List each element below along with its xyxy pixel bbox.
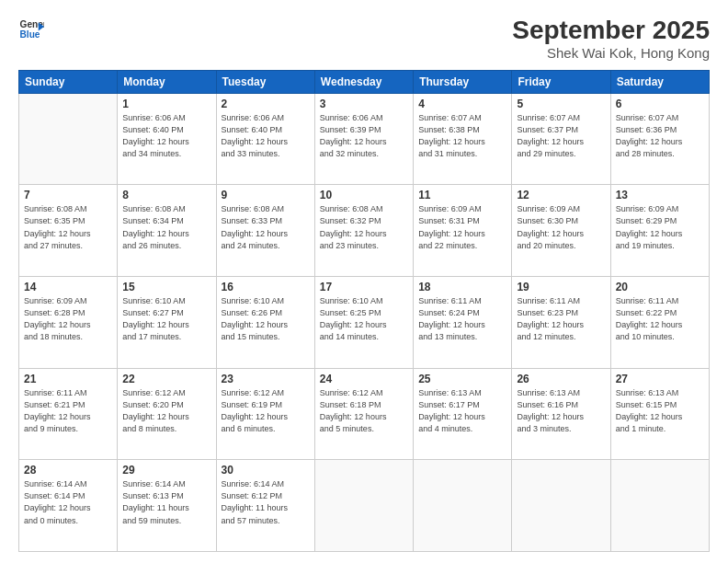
day-info: Sunrise: 6:09 AM Sunset: 6:28 PM Dayligh… bbox=[24, 295, 112, 343]
day-info: Sunrise: 6:10 AM Sunset: 6:26 PM Dayligh… bbox=[222, 295, 310, 343]
day-number: 5 bbox=[517, 98, 605, 110]
calendar-cell: 25Sunrise: 6:13 AM Sunset: 6:17 PM Dayli… bbox=[414, 368, 512, 460]
calendar-cell: 21Sunrise: 6:11 AM Sunset: 6:21 PM Dayli… bbox=[19, 368, 118, 460]
svg-text:Blue: Blue bbox=[20, 29, 40, 40]
calendar-cell: 22Sunrise: 6:12 AM Sunset: 6:20 PM Dayli… bbox=[118, 368, 216, 460]
title-block: September 2025 Shek Wai Kok, Hong Kong bbox=[512, 17, 710, 61]
day-info: Sunrise: 6:08 AM Sunset: 6:35 PM Dayligh… bbox=[24, 203, 112, 251]
calendar-cell: 7Sunrise: 6:08 AM Sunset: 6:35 PM Daylig… bbox=[19, 185, 118, 277]
day-info: Sunrise: 6:06 AM Sunset: 6:40 PM Dayligh… bbox=[222, 112, 310, 160]
day-number: 21 bbox=[24, 373, 112, 385]
day-info: Sunrise: 6:11 AM Sunset: 6:21 PM Dayligh… bbox=[24, 387, 112, 435]
calendar-cell bbox=[414, 460, 512, 552]
calendar-cell: 5Sunrise: 6:07 AM Sunset: 6:37 PM Daylig… bbox=[512, 93, 610, 185]
calendar-cell: 6Sunrise: 6:07 AM Sunset: 6:36 PM Daylig… bbox=[610, 93, 709, 185]
day-info: Sunrise: 6:14 AM Sunset: 6:14 PM Dayligh… bbox=[24, 478, 112, 526]
day-number: 29 bbox=[122, 464, 210, 477]
day-info: Sunrise: 6:13 AM Sunset: 6:16 PM Dayligh… bbox=[517, 387, 605, 435]
calendar-cell: 14Sunrise: 6:09 AM Sunset: 6:28 PM Dayli… bbox=[19, 277, 118, 369]
day-number: 17 bbox=[320, 281, 408, 293]
day-info: Sunrise: 6:10 AM Sunset: 6:25 PM Dayligh… bbox=[320, 295, 408, 343]
day-number: 28 bbox=[24, 464, 112, 477]
calendar-cell: 27Sunrise: 6:13 AM Sunset: 6:15 PM Dayli… bbox=[610, 368, 709, 460]
calendar-table: SundayMondayTuesdayWednesdayThursdayFrid… bbox=[18, 70, 710, 552]
days-header-row: SundayMondayTuesdayWednesdayThursdayFrid… bbox=[19, 70, 710, 93]
calendar-cell bbox=[610, 460, 709, 552]
day-number: 7 bbox=[24, 189, 112, 201]
calendar-cell: 30Sunrise: 6:14 AM Sunset: 6:12 PM Dayli… bbox=[216, 460, 314, 552]
day-info: Sunrise: 6:09 AM Sunset: 6:29 PM Dayligh… bbox=[616, 203, 704, 251]
calendar-cell: 17Sunrise: 6:10 AM Sunset: 6:25 PM Dayli… bbox=[314, 277, 413, 369]
day-info: Sunrise: 6:14 AM Sunset: 6:12 PM Dayligh… bbox=[222, 478, 310, 526]
calendar-cell: 2Sunrise: 6:06 AM Sunset: 6:40 PM Daylig… bbox=[216, 93, 314, 185]
day-info: Sunrise: 6:06 AM Sunset: 6:39 PM Dayligh… bbox=[320, 112, 408, 160]
day-info: Sunrise: 6:13 AM Sunset: 6:15 PM Dayligh… bbox=[616, 387, 704, 435]
day-number: 8 bbox=[122, 189, 210, 201]
calendar-cell: 10Sunrise: 6:08 AM Sunset: 6:32 PM Dayli… bbox=[314, 185, 413, 277]
day-number: 25 bbox=[418, 373, 506, 385]
day-number: 30 bbox=[222, 464, 310, 477]
calendar-cell: 19Sunrise: 6:11 AM Sunset: 6:23 PM Dayli… bbox=[512, 277, 610, 369]
week-row-4: 21Sunrise: 6:11 AM Sunset: 6:21 PM Dayli… bbox=[19, 368, 710, 460]
day-number: 24 bbox=[320, 373, 408, 385]
day-number: 27 bbox=[616, 373, 704, 385]
day-number: 2 bbox=[222, 98, 310, 110]
calendar-cell: 1Sunrise: 6:06 AM Sunset: 6:40 PM Daylig… bbox=[118, 93, 216, 185]
day-number: 13 bbox=[616, 189, 704, 201]
day-number: 4 bbox=[418, 98, 506, 110]
day-info: Sunrise: 6:07 AM Sunset: 6:36 PM Dayligh… bbox=[616, 112, 704, 160]
day-number: 15 bbox=[122, 281, 210, 293]
day-info: Sunrise: 6:07 AM Sunset: 6:38 PM Dayligh… bbox=[418, 112, 506, 160]
calendar-cell: 26Sunrise: 6:13 AM Sunset: 6:16 PM Dayli… bbox=[512, 368, 610, 460]
header-saturday: Saturday bbox=[610, 70, 709, 93]
day-number: 22 bbox=[122, 373, 210, 385]
calendar-cell: 16Sunrise: 6:10 AM Sunset: 6:26 PM Dayli… bbox=[216, 277, 314, 369]
calendar-cell: 24Sunrise: 6:12 AM Sunset: 6:18 PM Dayli… bbox=[314, 368, 413, 460]
logo-icon: General Blue bbox=[18, 17, 44, 42]
calendar-cell: 3Sunrise: 6:06 AM Sunset: 6:39 PM Daylig… bbox=[314, 93, 413, 185]
day-number: 1 bbox=[122, 98, 210, 110]
day-info: Sunrise: 6:08 AM Sunset: 6:33 PM Dayligh… bbox=[222, 203, 310, 251]
day-info: Sunrise: 6:13 AM Sunset: 6:17 PM Dayligh… bbox=[418, 387, 506, 435]
day-number: 26 bbox=[517, 373, 605, 385]
day-number: 6 bbox=[616, 98, 704, 110]
week-row-2: 7Sunrise: 6:08 AM Sunset: 6:35 PM Daylig… bbox=[19, 185, 710, 277]
day-info: Sunrise: 6:12 AM Sunset: 6:19 PM Dayligh… bbox=[222, 387, 310, 435]
calendar-cell bbox=[19, 93, 118, 185]
day-number: 3 bbox=[320, 98, 408, 110]
calendar-cell: 18Sunrise: 6:11 AM Sunset: 6:24 PM Dayli… bbox=[414, 277, 512, 369]
calendar-cell bbox=[512, 460, 610, 552]
day-info: Sunrise: 6:11 AM Sunset: 6:22 PM Dayligh… bbox=[616, 295, 704, 343]
day-info: Sunrise: 6:09 AM Sunset: 6:31 PM Dayligh… bbox=[418, 203, 506, 251]
calendar-cell: 29Sunrise: 6:14 AM Sunset: 6:13 PM Dayli… bbox=[118, 460, 216, 552]
calendar-cell: 28Sunrise: 6:14 AM Sunset: 6:14 PM Dayli… bbox=[19, 460, 118, 552]
day-info: Sunrise: 6:12 AM Sunset: 6:18 PM Dayligh… bbox=[320, 387, 408, 435]
header-thursday: Thursday bbox=[414, 70, 512, 93]
calendar-cell: 9Sunrise: 6:08 AM Sunset: 6:33 PM Daylig… bbox=[216, 185, 314, 277]
header-sunday: Sunday bbox=[19, 70, 118, 93]
day-number: 14 bbox=[24, 281, 112, 293]
calendar-cell: 23Sunrise: 6:12 AM Sunset: 6:19 PM Dayli… bbox=[216, 368, 314, 460]
day-number: 19 bbox=[517, 281, 605, 293]
logo: General Blue bbox=[18, 17, 44, 42]
calendar-cell: 4Sunrise: 6:07 AM Sunset: 6:38 PM Daylig… bbox=[414, 93, 512, 185]
location-title: Shek Wai Kok, Hong Kong bbox=[512, 45, 710, 61]
header: General Blue September 2025 Shek Wai Kok… bbox=[18, 17, 710, 61]
day-info: Sunrise: 6:10 AM Sunset: 6:27 PM Dayligh… bbox=[122, 295, 210, 343]
day-info: Sunrise: 6:08 AM Sunset: 6:32 PM Dayligh… bbox=[320, 203, 408, 251]
day-number: 12 bbox=[517, 189, 605, 201]
calendar-cell: 13Sunrise: 6:09 AM Sunset: 6:29 PM Dayli… bbox=[610, 185, 709, 277]
header-wednesday: Wednesday bbox=[314, 70, 413, 93]
calendar-cell: 20Sunrise: 6:11 AM Sunset: 6:22 PM Dayli… bbox=[610, 277, 709, 369]
calendar-cell: 12Sunrise: 6:09 AM Sunset: 6:30 PM Dayli… bbox=[512, 185, 610, 277]
day-info: Sunrise: 6:11 AM Sunset: 6:24 PM Dayligh… bbox=[418, 295, 506, 343]
day-info: Sunrise: 6:09 AM Sunset: 6:30 PM Dayligh… bbox=[517, 203, 605, 251]
calendar-cell: 8Sunrise: 6:08 AM Sunset: 6:34 PM Daylig… bbox=[118, 185, 216, 277]
day-info: Sunrise: 6:06 AM Sunset: 6:40 PM Dayligh… bbox=[122, 112, 210, 160]
month-title: September 2025 bbox=[512, 17, 710, 45]
calendar-cell: 15Sunrise: 6:10 AM Sunset: 6:27 PM Dayli… bbox=[118, 277, 216, 369]
day-number: 23 bbox=[222, 373, 310, 385]
day-number: 20 bbox=[616, 281, 704, 293]
calendar-cell bbox=[314, 460, 413, 552]
day-info: Sunrise: 6:08 AM Sunset: 6:34 PM Dayligh… bbox=[122, 203, 210, 251]
